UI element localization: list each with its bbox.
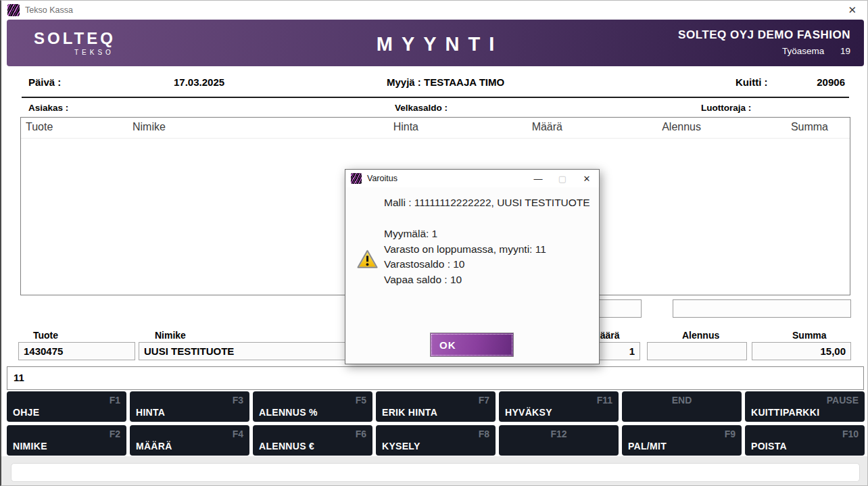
fkey-hyvaksy[interactable]: HYVÄKSY F11 — [499, 391, 619, 422]
dialog-maximize-icon: ▢ — [550, 170, 575, 187]
warning-dialog: Varoitus — ▢ ✕ Malli : 11111112222222, U… — [345, 169, 600, 364]
col-header-maara: Määrä — [532, 121, 562, 133]
fkey-label: HINTA — [136, 407, 165, 418]
store-block: SOLTEQ OYJ DEMO FASHION Työasema 19 — [678, 28, 850, 56]
fkey-label: ERIK HINTA — [382, 407, 437, 418]
fkey-keycap: F1 — [110, 395, 120, 406]
fkey-erik-hinta[interactable]: ERIK HINTA F7 — [376, 391, 496, 422]
dialog-model-line: Malli : 11111112222222, UUSI TESTITUOTE — [384, 197, 590, 209]
window-close-icon[interactable]: ✕ — [837, 4, 867, 16]
dialog-free-balance-line: Vapaa saldo : 10 — [384, 272, 546, 288]
receipt-label: Kuitti : — [736, 76, 767, 88]
alennus-field-label: Alennus — [682, 330, 719, 341]
total-box-large — [673, 299, 851, 318]
dialog-minimize-icon[interactable]: — — [526, 170, 550, 187]
dialog-message-lines: Myymälä: 1 Varasto on loppumassa, myynti… — [384, 226, 546, 287]
customer-label: Asiakas : — [28, 103, 68, 113]
fkey-kysely[interactable]: KYSELY F8 — [376, 425, 496, 456]
quantity-entry-bar[interactable]: 11 — [7, 366, 864, 390]
summa-input[interactable] — [752, 342, 851, 360]
fkey-keycap: F2 — [110, 429, 120, 439]
seller-text: Myyjä : TESTAAJA TIMO — [387, 76, 504, 88]
col-header-summa: Summa — [791, 121, 828, 133]
table-header-separator — [21, 138, 850, 139]
workstation-label: Työasema — [782, 46, 824, 56]
fkey-hinta[interactable]: HINTA F3 — [130, 391, 249, 422]
tekso-app-icon — [7, 4, 20, 16]
col-header-tuote: Tuote — [26, 121, 53, 133]
fkey-ohje[interactable]: OHJE F1 — [7, 391, 126, 422]
fkey-label: KUITTIPARKKI — [751, 407, 819, 418]
fkey-keycap: F3 — [233, 395, 243, 406]
dialog-close-icon[interactable]: ✕ — [575, 170, 599, 187]
fkey-label: NIMIKE — [13, 441, 47, 452]
date-label: Päivä : — [28, 76, 61, 88]
fkey-maara[interactable]: MÄÄRÄ F4 — [130, 425, 249, 456]
fkey-label: PAL/MIT — [628, 441, 667, 452]
fkey-nimike[interactable]: NIMIKE F2 — [7, 425, 126, 456]
fkey-f12[interactable]: F12 — [499, 425, 619, 456]
fkey-kuittiparkki[interactable]: KUITTIPARKKI PAUSE — [745, 391, 865, 422]
fkey-label: ALENNUS % — [259, 407, 318, 418]
credit-label: Luottoraja : — [701, 103, 751, 113]
nimike-input[interactable] — [139, 342, 355, 360]
bottom-strip — [1, 456, 867, 486]
dialog-store-line: Myymälä: 1 — [384, 226, 546, 242]
dialog-title: Varoitus — [367, 174, 397, 183]
dialog-window-controls: — ▢ ✕ — [526, 170, 599, 187]
date-value: 17.03.2025 — [174, 76, 224, 88]
divider-line — [22, 97, 849, 98]
fkey-label: POISTA — [751, 441, 787, 452]
fkey-keycap: F7 — [479, 395, 489, 406]
fkey-keycap: F9 — [725, 429, 736, 439]
fkey-row-2: NIMIKE F2 MÄÄRÄ F4 ALENNUS € F6 KYSELY F… — [7, 425, 865, 456]
fkey-keycap: F4 — [233, 429, 243, 439]
col-header-alennus: Alennus — [662, 121, 701, 133]
dialog-stock-balance-line: Varastosaldo : 10 — [384, 257, 546, 272]
warning-triangle-icon — [357, 249, 378, 269]
workstation-line: Työasema 19 — [678, 46, 850, 56]
alennus-input[interactable] — [647, 342, 747, 360]
fkey-end[interactable]: END — [622, 391, 742, 422]
dialog-stock-warning-line: Varasto on loppumassa, myynti: 11 — [384, 242, 546, 258]
fkey-row-1: OHJE F1 HINTA F3 ALENNUS % F5 ERIK HINTA… — [7, 391, 865, 422]
fkey-keycap: F8 — [479, 429, 489, 439]
fkey-label: KYSELY — [382, 441, 420, 452]
app-header: SOLTEQ TEKSO MYYNTI SOLTEQ OYJ DEMO FASH… — [7, 20, 864, 66]
fkey-keycap: F12 — [499, 429, 619, 439]
fkey-pal-mit[interactable]: PAL/MIT F9 — [622, 425, 742, 456]
col-header-hinta: Hinta — [393, 121, 418, 133]
fkey-keycap: PAUSE — [827, 395, 859, 406]
window-titlebar: Tekso Kassa ✕ — [1, 1, 867, 19]
fkey-label: OHJE — [13, 407, 39, 418]
ok-button[interactable]: OK — [430, 333, 514, 357]
fkey-poista[interactable]: POISTA F10 — [745, 425, 865, 456]
fkey-alennus-euro[interactable]: ALENNUS € F6 — [253, 425, 372, 456]
fkey-keycap: F11 — [597, 395, 612, 406]
tuote-input[interactable] — [18, 342, 135, 360]
debt-label: Velkasaldo : — [395, 103, 448, 113]
fkey-label: MÄÄRÄ — [136, 441, 172, 452]
tuote-field-label: Tuote — [33, 330, 58, 341]
receipt-value: 20906 — [817, 76, 845, 88]
store-name: SOLTEQ OYJ DEMO FASHION — [678, 28, 850, 42]
dialog-titlebar: Varoitus — ▢ ✕ — [345, 170, 599, 187]
app-window: Tekso Kassa ✕ SOLTEQ TEKSO MYYNTI SOLTEQ… — [0, 0, 868, 486]
window-title: Tekso Kassa — [25, 5, 73, 15]
summa-field-label: Summa — [792, 330, 827, 341]
fkey-keycap: F5 — [356, 395, 366, 406]
fkey-keycap: F6 — [356, 429, 366, 439]
col-header-nimike: Nimike — [132, 121, 166, 133]
workstation-value: 19 — [840, 46, 850, 56]
nimike-field-label: Nimike — [155, 330, 186, 341]
fkey-keycap: F10 — [842, 429, 859, 439]
fkey-label: ALENNUS € — [259, 441, 314, 452]
fkey-label: HYVÄKSY — [505, 407, 552, 418]
fkey-alennus-prosentti[interactable]: ALENNUS % F5 — [253, 391, 372, 422]
fkey-keycap: END — [622, 395, 742, 406]
bottom-command-bar[interactable] — [11, 463, 860, 482]
tekso-app-icon — [351, 173, 362, 184]
